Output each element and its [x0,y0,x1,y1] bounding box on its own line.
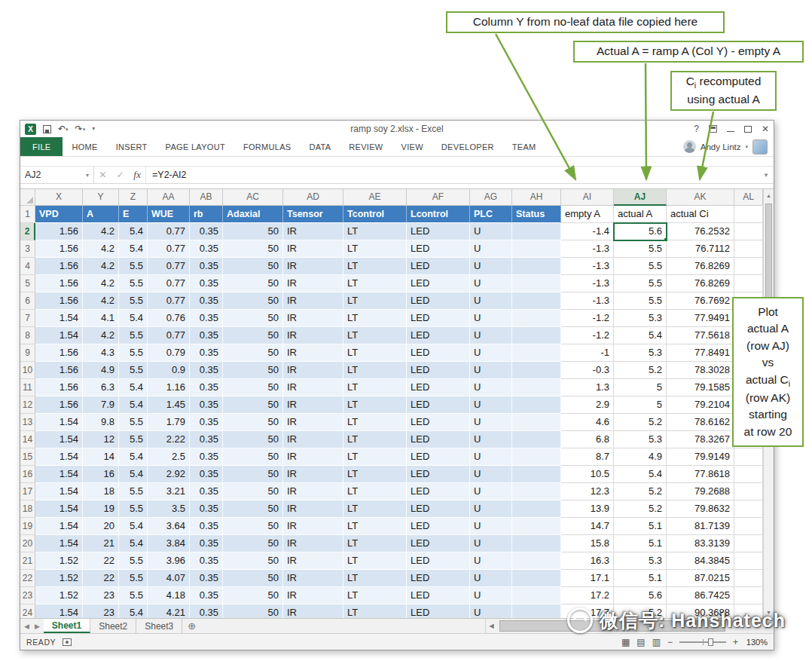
cell-AB8[interactable]: 0.35 [190,327,223,344]
cell-AF16[interactable]: LED [407,466,470,483]
cell-AK21[interactable]: 84.3845 [667,552,734,570]
cell-AI15[interactable]: 8.7 [561,448,614,466]
sheet-nav-left-icon[interactable]: ◀ [24,623,29,630]
cell-AE20[interactable]: LT [343,535,407,552]
cell-Y7[interactable]: 4.1 [83,310,119,327]
column-header-AA[interactable]: AA [148,189,190,206]
minimize-icon[interactable] [727,131,734,132]
cell-AG21[interactable]: U [470,552,512,570]
cell-X14[interactable]: 1.54 [35,431,83,448]
cell-Y12[interactable]: 7.9 [83,396,119,414]
cell-AA20[interactable]: 3.84 [148,535,190,552]
cell-AF11[interactable]: LED [407,379,470,396]
cell-AL23[interactable] [734,587,763,604]
column-header-AD[interactable]: AD [283,189,343,206]
cell-AD9[interactable]: IR [283,344,343,362]
cell-AJ8[interactable]: 5.4 [614,327,667,344]
cell-AK18[interactable]: 79.8632 [667,500,734,518]
cell-X24[interactable]: 1.54 [35,604,83,618]
cell-AA19[interactable]: 3.64 [148,518,190,535]
cell-AD13[interactable]: IR [283,414,343,431]
cell-AC7[interactable]: 50 [223,310,283,327]
cell-AJ5[interactable]: 5.5 [614,275,667,292]
cell-AB24[interactable]: 0.35 [190,604,223,618]
cell-X7[interactable]: 1.54 [35,310,83,327]
quick-access-dropdown-icon[interactable]: ▾ [92,126,95,132]
column-header-X[interactable]: X [35,189,83,206]
cell-X11[interactable]: 1.56 [35,379,83,396]
cell-AG13[interactable]: U [470,414,512,431]
cell-AJ15[interactable]: 4.9 [614,448,667,466]
cell-AA16[interactable]: 2.92 [148,466,190,483]
cell-Y2[interactable]: 4.2 [83,223,119,240]
cell-AC12[interactable]: 50 [223,396,283,414]
column-header-AL[interactable]: AL [734,189,763,206]
cell-AE15[interactable]: LT [343,448,407,466]
cell-X6[interactable]: 1.56 [35,292,83,310]
cell-AA23[interactable]: 4.18 [148,587,190,604]
cell-Z19[interactable]: 5.4 [119,518,148,535]
cell-AK22[interactable]: 87.0215 [667,570,734,587]
cell-AD22[interactable]: IR [283,570,343,587]
cell-AL2[interactable] [734,223,763,240]
cell-AE8[interactable]: LT [343,327,407,344]
cell-AC18[interactable]: 50 [223,500,283,518]
cell-Y4[interactable]: 4.2 [83,258,119,275]
row-header-6[interactable]: 6 [20,292,35,310]
cell-AI19[interactable]: 14.7 [561,518,614,535]
cell-AB5[interactable]: 0.35 [190,275,223,292]
cell-AA4[interactable]: 0.77 [148,258,190,275]
cell-AL22[interactable] [734,570,763,587]
cell-AG15[interactable]: U [470,448,512,466]
cell-AD14[interactable]: IR [283,431,343,448]
cell-AL15[interactable] [734,448,763,466]
cell-AF3[interactable]: LED [407,240,470,258]
cell-Y11[interactable]: 6.3 [83,379,119,396]
cell-AB14[interactable]: 0.35 [190,431,223,448]
header-cell-rb[interactable]: rb [190,206,223,223]
cell-AF5[interactable]: LED [407,275,470,292]
cell-AI12[interactable]: 2.9 [561,396,614,414]
cell-AJ19[interactable]: 5.1 [614,518,667,535]
cell-Z2[interactable]: 5.4 [119,223,148,240]
cell-AL4[interactable] [734,258,763,275]
cell-AA11[interactable]: 1.16 [148,379,190,396]
cell-AK17[interactable]: 79.2688 [667,483,734,500]
cell-AA5[interactable]: 0.77 [148,275,190,292]
cell-Y15[interactable]: 14 [83,448,119,466]
cell-AD2[interactable]: IR [283,223,343,240]
cell-AD4[interactable]: IR [283,258,343,275]
enter-icon[interactable]: ✓ [111,167,129,183]
cell-AG10[interactable]: U [470,362,512,379]
cell-AL17[interactable] [734,483,763,500]
cell-AC3[interactable]: 50 [223,240,283,258]
sheet-tab-sheet3[interactable]: Sheet3 [136,619,182,633]
cell-AD24[interactable]: IR [283,604,343,618]
cell-AB16[interactable]: 0.35 [190,466,223,483]
cell-AB20[interactable]: 0.35 [190,535,223,552]
cell-AH8[interactable] [512,327,561,344]
header-cell-VPD[interactable]: VPD [35,206,83,223]
cell-AJ9[interactable]: 5.3 [614,344,667,362]
cell-AD18[interactable]: IR [283,500,343,518]
cell-AF23[interactable]: LED [407,587,470,604]
cell-Y16[interactable]: 16 [83,466,119,483]
cell-AK8[interactable]: 77.5618 [667,327,734,344]
cell-Y8[interactable]: 4.2 [83,327,119,344]
sheet-tab-sheet1[interactable]: Sheet1 [44,619,90,633]
header-cell-Tsensor[interactable]: Tsensor [283,206,343,223]
cell-AK6[interactable]: 76.7692 [667,292,734,310]
cell-AJ12[interactable]: 5 [614,396,667,414]
formula-bar-expand-icon[interactable]: ▾ [759,167,774,183]
cell-AG3[interactable]: U [470,240,512,258]
cell-AA10[interactable]: 0.9 [148,362,190,379]
redo-icon[interactable]: ↷▾ [75,124,86,133]
header-cell-Lcontrol[interactable]: Lcontrol [407,206,470,223]
cell-AD8[interactable]: IR [283,327,343,344]
ribbon-display-options-icon[interactable] [709,125,717,133]
cell-AE23[interactable]: LT [343,587,407,604]
cell-AD11[interactable]: IR [283,379,343,396]
ribbon-tab-formulas[interactable]: FORMULAS [234,137,301,156]
cell-AC23[interactable]: 50 [223,587,283,604]
header-cell-Tcontrol[interactable]: Tcontrol [343,206,407,223]
